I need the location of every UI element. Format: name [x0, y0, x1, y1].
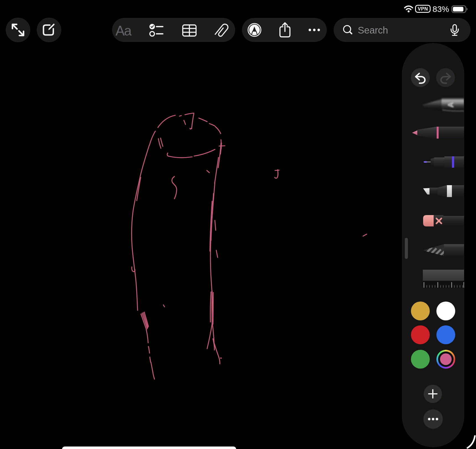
svg-text:A: A	[447, 102, 455, 108]
